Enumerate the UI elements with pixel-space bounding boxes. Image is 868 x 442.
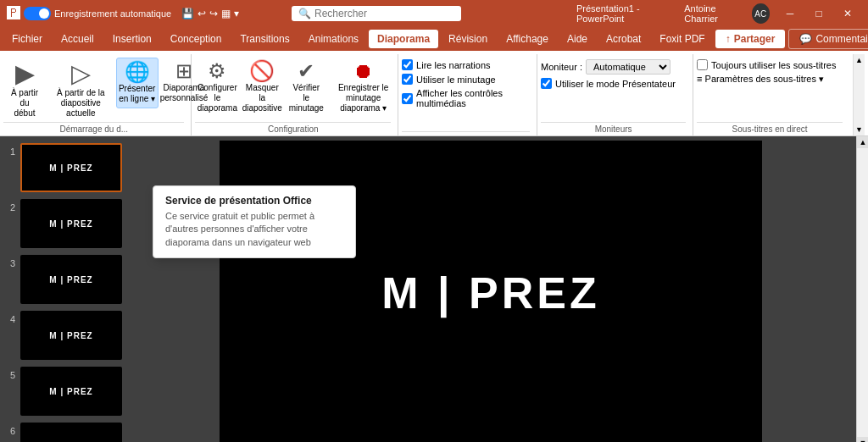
hide-slide-icon: 🚫 bbox=[249, 61, 275, 81]
user-name: Antoine Charrier bbox=[684, 3, 744, 24]
ribbon-scroll-up[interactable]: ▲ bbox=[854, 54, 865, 66]
scroll-down-button[interactable]: ▼ bbox=[857, 437, 868, 442]
redo-icon[interactable]: ↪ bbox=[209, 8, 218, 19]
multimedia-checkbox[interactable] bbox=[402, 93, 413, 104]
present-online-button[interactable]: 🌐 Présenteren ligne ▾ bbox=[116, 58, 159, 108]
ribbon-buttons-config: ⚙ Configurer lediaporama 🚫 Masquer ladia… bbox=[195, 54, 398, 122]
ribbon-scroll-down[interactable]: ▼ bbox=[854, 124, 865, 135]
ribbon-scrollbar: ▲ ▼ bbox=[853, 54, 865, 135]
always-subtitles-item[interactable]: Toujours utiliser les sous-titres bbox=[697, 59, 836, 70]
subtitle-settings-label: ≡ Paramètres des sous-titres ▾ bbox=[697, 74, 824, 85]
menu-foxit[interactable]: Foxit PDF bbox=[651, 30, 713, 48]
slide-img-6[interactable]: M | PREZ bbox=[20, 423, 122, 442]
ribbon-group-config: ⚙ Configurer lediaporama 🚫 Masquer ladia… bbox=[195, 54, 398, 135]
slide-thumb-2[interactable]: 2 M | PREZ bbox=[3, 199, 122, 248]
slide-logo-4: M | PREZ bbox=[49, 331, 92, 340]
menu-revision[interactable]: Révision bbox=[440, 30, 496, 48]
slide-logo-2: M | PREZ bbox=[49, 219, 92, 229]
slide-img-3[interactable]: M | PREZ bbox=[20, 255, 122, 304]
multimedia-label: Afficher les contrôles multimédias bbox=[416, 88, 530, 108]
timing-checkbox-item[interactable]: Utiliser le minutage bbox=[402, 74, 530, 85]
record-show-button[interactable]: ⏺ Enregistrer leminutage diaporama ▾ bbox=[329, 58, 398, 117]
always-subtitles-checkbox[interactable] bbox=[697, 59, 708, 70]
maximize-button[interactable]: □ bbox=[805, 5, 832, 22]
subtitles-section: Toujours utiliser les sous-titres ≡ Para… bbox=[697, 54, 836, 85]
share-icon: ↑ bbox=[726, 33, 731, 45]
present-online-icon: 🌐 bbox=[125, 62, 150, 82]
slide-num-4: 4 bbox=[3, 311, 15, 324]
ribbon-buttons-demarrage: ▶ À partirdu début ▷ À partir de ladiapo… bbox=[3, 54, 208, 122]
menu-acrobat[interactable]: Acrobat bbox=[598, 30, 649, 48]
comments-button[interactable]: 💬 Commentaires bbox=[788, 29, 868, 49]
play-from-current-icon: ▷ bbox=[71, 61, 91, 86]
subtitle-settings-button[interactable]: ≡ Paramètres des sous-titres ▾ bbox=[697, 74, 836, 85]
monitor-select[interactable]: Automatique bbox=[586, 59, 670, 75]
app-icon: 🅿 bbox=[7, 6, 20, 21]
close-button[interactable]: ✕ bbox=[834, 5, 861, 22]
narrations-checkbox-item[interactable]: Lire les narrations bbox=[402, 59, 530, 70]
content-area: 1 M | PREZ 2 M | PREZ 3 M | PREZ 4 M | P… bbox=[0, 136, 868, 442]
always-subtitles-label: Toujours utiliser les sous-titres bbox=[711, 60, 836, 70]
slide-thumb-4[interactable]: 4 M | PREZ bbox=[3, 311, 122, 360]
share-label: Partager bbox=[734, 33, 776, 45]
from-current-button[interactable]: ▷ À partir de ladiapositive actuelle bbox=[47, 58, 114, 122]
play-from-start-icon: ▶ bbox=[15, 61, 35, 86]
check-timing-icon: ✔ bbox=[298, 61, 314, 81]
menu-bar: Fichier Accueil Insertion Conception Tra… bbox=[0, 27, 868, 51]
search-input[interactable] bbox=[314, 8, 454, 19]
slide-img-4[interactable]: M | PREZ bbox=[20, 311, 122, 360]
ribbon: ▶ À partirdu début ▷ À partir de ladiapo… bbox=[0, 51, 868, 136]
more-icon[interactable]: ▾ bbox=[234, 8, 239, 19]
group-checkboxes-label bbox=[402, 131, 530, 135]
configure-button[interactable]: ⚙ Configurer lediaporama bbox=[195, 58, 239, 117]
search-box[interactable]: 🔍 bbox=[292, 6, 461, 21]
tooltip-popup: Service de présentation Office Ce servic… bbox=[153, 185, 356, 258]
present-online-label: Présenteren ligne ▾ bbox=[119, 84, 155, 104]
from-start-button[interactable]: ▶ À partirdu début bbox=[3, 58, 46, 122]
slide-thumb-1[interactable]: 1 M | PREZ bbox=[3, 143, 122, 192]
scrollbar-right: ▲ ▼ bbox=[856, 136, 868, 442]
minimize-button[interactable]: ─ bbox=[776, 5, 804, 22]
check-timing-button[interactable]: ✔ Vérifier leminutage bbox=[285, 58, 327, 117]
narrations-checkbox[interactable] bbox=[402, 59, 413, 70]
menu-conception[interactable]: Conception bbox=[162, 30, 231, 48]
menu-affichage[interactable]: Affichage bbox=[498, 30, 557, 48]
slide-logo-5: M | PREZ bbox=[49, 387, 92, 396]
menu-aide[interactable]: Aide bbox=[559, 30, 596, 48]
menu-diaporama[interactable]: Diaporama bbox=[369, 30, 438, 48]
presenter-checkbox[interactable] bbox=[541, 78, 552, 89]
slide-img-5[interactable]: M | PREZ bbox=[20, 367, 122, 416]
autosave-toggle[interactable] bbox=[24, 7, 51, 20]
multimedia-checkbox-item[interactable]: Afficher les contrôles multimédias bbox=[402, 88, 530, 108]
user-avatar[interactable]: AC bbox=[752, 3, 770, 24]
timing-checkbox[interactable] bbox=[402, 74, 413, 85]
share-button[interactable]: ↑ Partager bbox=[715, 30, 786, 48]
menu-animations[interactable]: Animations bbox=[300, 30, 367, 48]
scroll-up-button[interactable]: ▲ bbox=[857, 136, 868, 148]
narrations-label: Lire les narrations bbox=[416, 60, 490, 70]
slide-thumb-3[interactable]: 3 M | PREZ bbox=[3, 255, 122, 304]
slide-panel: 1 M | PREZ 2 M | PREZ 3 M | PREZ 4 M | P… bbox=[0, 136, 125, 442]
presenter-check-item[interactable]: Utiliser le mode Présentateur bbox=[541, 78, 676, 89]
undo-icon[interactable]: ↩ bbox=[198, 8, 206, 19]
tooltip-body: Ce service gratuit et public permet à d'… bbox=[165, 210, 343, 249]
menu-insertion[interactable]: Insertion bbox=[104, 30, 160, 48]
menu-fichier[interactable]: Fichier bbox=[3, 30, 51, 48]
slide-thumb-5[interactable]: 5 M | PREZ bbox=[3, 367, 122, 416]
slide-num-1: 1 bbox=[3, 143, 15, 157]
slide-thumb-6[interactable]: 6 M | PREZ bbox=[3, 423, 122, 442]
tooltip-title: Service de présentation Office bbox=[165, 195, 343, 207]
slide-img-2[interactable]: M | PREZ bbox=[20, 199, 122, 248]
hide-slide-button[interactable]: 🚫 Masquer ladiapositive bbox=[241, 58, 283, 117]
present-icon[interactable]: ▦ bbox=[221, 8, 231, 19]
menu-transitions[interactable]: Transitions bbox=[231, 30, 298, 48]
slide-num-6: 6 bbox=[3, 423, 15, 436]
presenter-label: Utiliser le mode Présentateur bbox=[555, 79, 676, 89]
group-demarrage-label: Démarrage du d... bbox=[3, 122, 184, 135]
title-bar: 🅿 Enregistrement automatique 💾 ↩ ↪ ▦ ▾ 🔍… bbox=[0, 0, 868, 27]
menu-accueil[interactable]: Accueil bbox=[53, 30, 103, 48]
slide-img-1[interactable]: M | PREZ bbox=[20, 143, 122, 192]
monitor-label: Moniteur : bbox=[541, 62, 582, 72]
configure-label: Configurer lediaporama bbox=[198, 83, 237, 113]
save-icon[interactable]: 💾 bbox=[181, 8, 194, 19]
